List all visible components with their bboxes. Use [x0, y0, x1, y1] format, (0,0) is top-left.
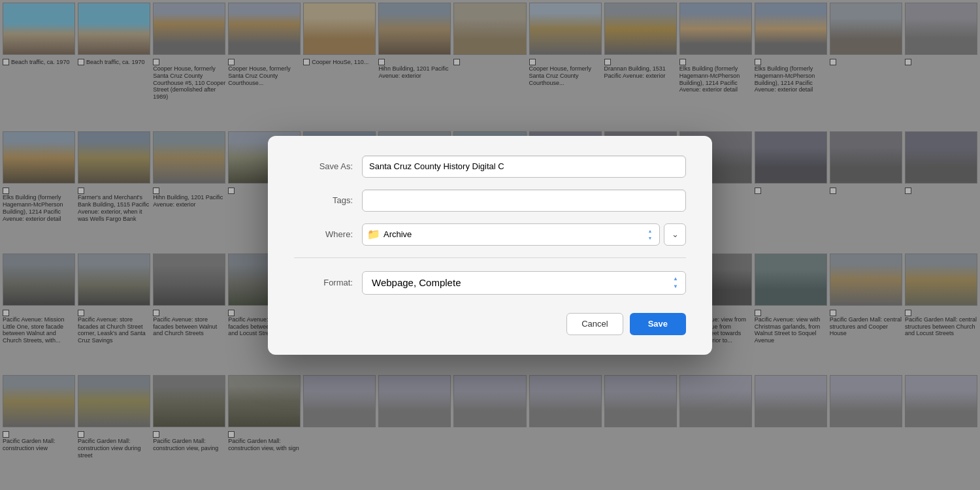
- tags-label: Tags:: [294, 195, 353, 205]
- format-select[interactable]: Webpage, Complete Webpage, HTML Only Web…: [362, 271, 686, 295]
- save-dialog: Save As: Tags: Where: 📁 Archive Desktop …: [268, 136, 712, 355]
- tags-input[interactable]: [362, 189, 686, 212]
- cancel-button[interactable]: Cancel: [566, 313, 623, 335]
- format-select-wrap: Webpage, Complete Webpage, HTML Only Web…: [362, 271, 686, 295]
- save-as-row: Save As:: [294, 155, 686, 178]
- where-select-wrap: 📁 Archive Desktop Documents Downloads ▲ …: [362, 223, 686, 246]
- where-row: Where: 📁 Archive Desktop Documents Downl…: [294, 223, 686, 246]
- save-button[interactable]: Save: [630, 313, 686, 335]
- tags-row: Tags:: [294, 189, 686, 212]
- where-select-container: 📁 Archive Desktop Documents Downloads ▲ …: [362, 223, 660, 246]
- modal-buttons: Cancel Save: [294, 313, 686, 335]
- format-row: Format: Webpage, Complete Webpage, HTML …: [294, 271, 686, 295]
- modal-overlay: Save As: Tags: Where: 📁 Archive Desktop …: [0, 0, 980, 490]
- where-label: Where:: [294, 229, 353, 239]
- section-divider: [294, 257, 686, 258]
- chevron-down-icon: ⌄: [672, 229, 679, 239]
- save-as-label: Save As:: [294, 161, 353, 171]
- where-expand-button[interactable]: ⌄: [664, 223, 686, 246]
- format-label: Format:: [294, 278, 353, 287]
- save-as-input[interactable]: [362, 155, 686, 178]
- where-select[interactable]: Archive Desktop Documents Downloads: [362, 223, 660, 246]
